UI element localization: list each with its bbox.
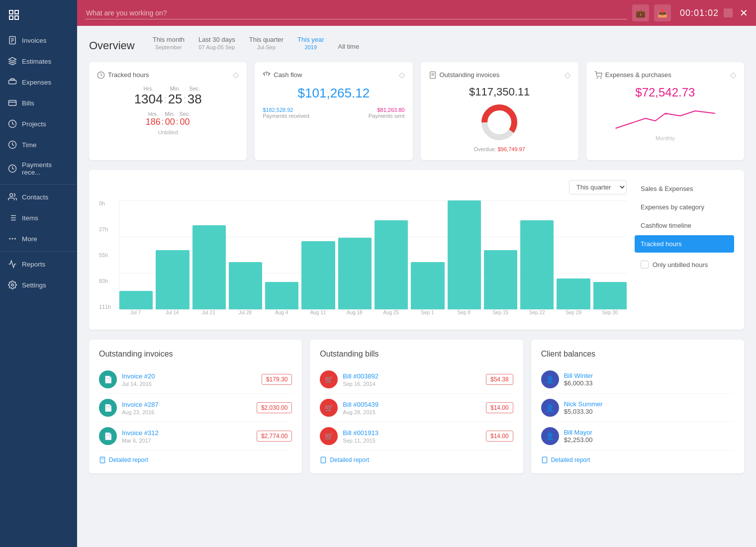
sidebar-logo[interactable] — [0, 0, 77, 30]
chart-bar-group[interactable] — [484, 200, 517, 309]
invoice-name-2[interactable]: Invoice #287 — [122, 401, 252, 408]
chart-bar-group[interactable] — [229, 200, 262, 309]
chart-period-select[interactable]: This quarter This month This year Last 3… — [569, 180, 627, 194]
sidebar-item-more[interactable]: More — [0, 228, 77, 249]
chart-bar[interactable] — [484, 250, 517, 309]
sidebar-item-settings[interactable]: Settings — [0, 274, 77, 295]
chart-control-expenses-cat[interactable]: Expenses by category — [635, 198, 734, 216]
expenses-pin-button[interactable]: ◇ — [730, 70, 736, 80]
chart-bar-group[interactable] — [156, 200, 189, 309]
invoice-name-1[interactable]: Invoice #20 — [122, 372, 257, 380]
sidebar-item-label: Settings — [22, 281, 46, 289]
expenses-period-label: Monthly — [594, 135, 736, 141]
chart-x-labels: Jul 7Jul 14Jul 21Jul 28Aug 4Aug 11Aug 18… — [119, 310, 627, 320]
chart-bar-group[interactable] — [301, 200, 335, 309]
share-button[interactable]: 📤 — [654, 4, 671, 21]
outstanding-pin-button[interactable]: ◇ — [565, 70, 570, 80]
stop-timer-button[interactable] — [724, 8, 733, 17]
chart-bar[interactable] — [375, 220, 408, 309]
sidebar-item-items[interactable]: Items — [0, 207, 77, 228]
client-name-2[interactable]: Nick Summer — [564, 400, 734, 408]
client-name-3[interactable]: Bill Mayor — [564, 429, 734, 436]
chart-bar-group[interactable] — [520, 200, 554, 309]
sidebar-item-bills[interactable]: Bills — [0, 92, 77, 113]
sidebar-item-contacts[interactable]: Contacts — [0, 186, 77, 207]
chart-bar[interactable] — [119, 291, 153, 309]
unbilled-hours-toggle[interactable]: Only unbilled hours — [635, 256, 734, 274]
payments-icon — [8, 164, 17, 173]
client-balances-list: Client balances 👤 Bill Winter $6,000.33 … — [531, 340, 744, 473]
report-icon — [99, 456, 106, 463]
chart-bar[interactable] — [265, 282, 298, 309]
briefcase-button[interactable]: 💼 — [632, 4, 649, 21]
sidebar-item-projects[interactable]: Projects — [0, 113, 77, 134]
timer-display: 00:01:02 — [680, 8, 719, 18]
bill-avatar-1: 🛒 — [320, 370, 338, 388]
chart-x-label: Jul 28 — [228, 310, 262, 320]
chart-bar-group[interactable] — [375, 200, 408, 309]
sidebar-item-label: Estimates — [22, 58, 51, 65]
sidebar-item-expenses[interactable]: Expenses — [0, 72, 77, 92]
chart-bar[interactable] — [411, 262, 444, 309]
chart-bar-group[interactable] — [448, 200, 481, 309]
bill-name-3[interactable]: Bill #001913 — [343, 429, 481, 437]
period-tab-this-month[interactable]: This month September — [153, 36, 185, 52]
chart-bar-group[interactable] — [557, 200, 590, 309]
svg-point-21 — [12, 238, 13, 240]
client-name-1[interactable]: Bill Winter — [564, 372, 734, 379]
time-icon — [8, 140, 17, 149]
sidebar-item-label: Items — [22, 214, 38, 222]
bill-amount-3: $14.00 — [486, 431, 513, 442]
unbilled-checkbox[interactable] — [641, 261, 649, 269]
cashflow-amount: $101,265.12 — [263, 86, 404, 101]
close-button[interactable]: ✕ — [740, 7, 748, 19]
chart-bar[interactable] — [448, 200, 481, 309]
chart-control-tracked[interactable]: Tracked hours — [635, 235, 734, 253]
chart-y-labels: 111h 83h 55h 27h 0h — [99, 200, 117, 310]
chart-bar[interactable] — [192, 225, 226, 309]
period-tab-last-30[interactable]: Last 30 days 07 Aug-05 Sep — [198, 36, 235, 52]
chart-x-label: Sep 30 — [593, 310, 627, 320]
chart-x-label: Sep 8 — [447, 310, 480, 320]
chart-bar[interactable] — [156, 250, 189, 309]
chart-control-cashflow[interactable]: Cashflow timeline — [635, 217, 734, 234]
expenses-icon — [8, 78, 17, 87]
chart-bar[interactable] — [593, 282, 627, 309]
sidebar-item-payments[interactable]: Payments rece... — [0, 155, 77, 182]
invoice-name-3[interactable]: Invoice #312 — [122, 429, 252, 437]
period-tab-this-quarter[interactable]: This quarter Jul-Sep — [249, 36, 284, 52]
card-title: Tracked hours — [97, 71, 149, 79]
period-tab-this-year[interactable]: This year 2019 — [297, 36, 324, 52]
sidebar-navigation: Invoices Estimates Expenses Bills Projec… — [0, 30, 77, 547]
clients-detailed-report-link[interactable]: Detailed report — [541, 456, 734, 463]
chart-bar-group[interactable] — [192, 200, 226, 309]
chart-bar-group[interactable] — [119, 200, 153, 309]
bills-detailed-report-link[interactable]: Detailed report — [320, 456, 513, 463]
sidebar-item-reports[interactable]: Reports — [0, 254, 77, 274]
chart-bar[interactable] — [338, 238, 372, 309]
chart-bar[interactable] — [229, 262, 262, 309]
chart-bar-group[interactable] — [593, 200, 627, 309]
chart-bar-group[interactable] — [265, 200, 298, 309]
chart-bar[interactable] — [557, 278, 590, 309]
sidebar-item-estimates[interactable]: Estimates — [0, 51, 77, 72]
chart-bar-group[interactable] — [338, 200, 372, 309]
sidebar-item-invoices[interactable]: Invoices — [0, 30, 77, 51]
scale-icon — [263, 71, 271, 79]
chart-bar[interactable] — [301, 241, 335, 309]
settings-icon — [8, 280, 17, 289]
card-pin-button[interactable]: ◇ — [233, 70, 239, 80]
sidebar-item-time[interactable]: Time — [0, 134, 77, 155]
invoice-avatar-2: 📄 — [99, 399, 117, 417]
search-input[interactable] — [85, 7, 627, 19]
chart-bar-group[interactable] — [411, 200, 444, 309]
chart-control-sales[interactable]: Sales & Expenses — [635, 180, 734, 197]
period-tab-all-time[interactable]: All time — [338, 43, 360, 52]
invoice-list-item: 📄 Invoice #20 Jul 14, 2016 $179.30 — [99, 365, 292, 394]
invoice-icon — [8, 36, 17, 45]
cash-flow-pin-button[interactable]: ◇ — [399, 70, 405, 80]
bill-name-1[interactable]: Bill #003892 — [343, 372, 481, 380]
invoices-detailed-report-link[interactable]: Detailed report — [99, 456, 292, 463]
chart-bar[interactable] — [520, 220, 554, 309]
bill-name-2[interactable]: Bill #005439 — [343, 401, 481, 408]
